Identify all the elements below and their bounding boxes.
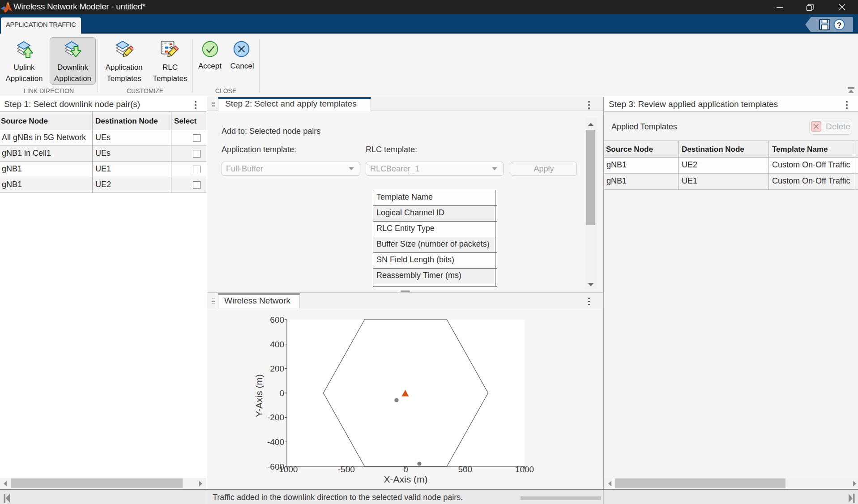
svg-text:Y-Axis (m): Y-Axis (m) bbox=[254, 374, 264, 417]
svg-text:0: 0 bbox=[279, 389, 284, 398]
svg-text:?: ? bbox=[837, 21, 841, 30]
svg-text:-1000: -1000 bbox=[276, 465, 298, 474]
svg-text:X-Axis (m): X-Axis (m) bbox=[384, 474, 428, 484]
svg-text:500: 500 bbox=[458, 465, 472, 474]
svg-text:-400: -400 bbox=[267, 437, 284, 447]
svg-text:400: 400 bbox=[270, 340, 284, 349]
svg-text:-500: -500 bbox=[338, 465, 355, 474]
svg-text:600: 600 bbox=[270, 315, 284, 325]
svg-text:-200: -200 bbox=[267, 413, 284, 422]
svg-text:1000: 1000 bbox=[515, 465, 534, 474]
svg-text:200: 200 bbox=[270, 364, 284, 373]
svg-text:0: 0 bbox=[403, 465, 408, 474]
